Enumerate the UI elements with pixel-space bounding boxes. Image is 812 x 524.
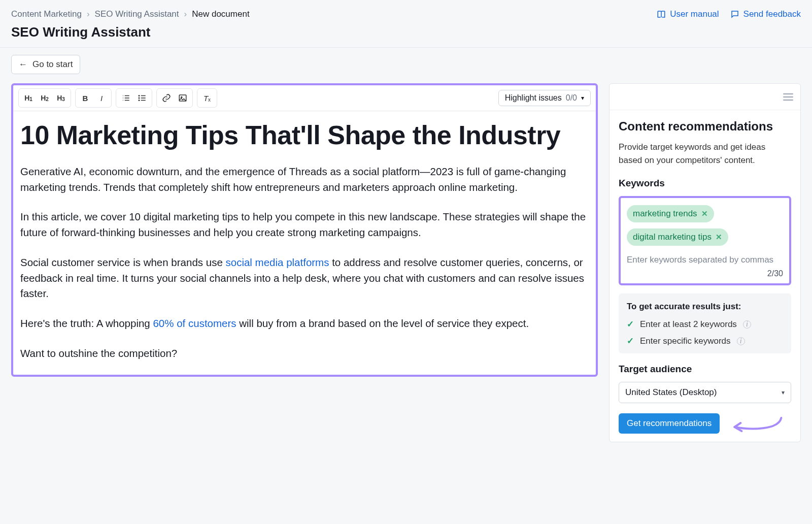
remove-keyword-icon[interactable]: ✕ — [701, 209, 708, 218]
content-link[interactable]: 60% of customers — [153, 317, 236, 329]
clear-format-button[interactable]: Tx — [199, 90, 215, 106]
bold-button[interactable]: B — [78, 90, 93, 106]
tips-title: To get accurate results just: — [627, 302, 783, 312]
editor-content[interactable]: 10 Marketing Tips That'll Shape the Indu… — [13, 111, 596, 375]
go-to-start-button[interactable]: ← Go to start — [11, 55, 80, 74]
svg-point-1 — [139, 97, 140, 99]
arrow-left-icon: ← — [19, 59, 27, 70]
editor-toolbar: H1 H2 H3 B I — [13, 85, 596, 111]
unordered-list-icon — [138, 93, 147, 103]
user-manual-link[interactable]: User manual — [657, 9, 719, 19]
target-audience-label: Target audience — [619, 364, 791, 375]
recommendations-panel: Content recommendations Provide target k… — [609, 83, 801, 442]
unordered-list-button[interactable] — [134, 90, 150, 106]
keywords-box: marketing trends ✕ digital marketing tip… — [619, 196, 791, 285]
ordered-list-button[interactable] — [118, 90, 133, 106]
chevron-right-icon: › — [87, 9, 90, 19]
chevron-down-icon: ▾ — [782, 389, 785, 396]
image-icon — [178, 93, 187, 103]
chevron-right-icon: › — [184, 9, 187, 19]
check-icon: ✓ — [627, 319, 634, 330]
keyword-chip: marketing trends ✕ — [627, 205, 714, 222]
crumb-seo-writing-assistant[interactable]: SEO Writing Assistant — [95, 9, 179, 19]
image-button[interactable] — [175, 90, 190, 106]
link-icon — [162, 93, 171, 103]
keywords-label: Keywords — [619, 178, 791, 189]
content-link[interactable]: social media platforms — [226, 256, 329, 268]
document-title[interactable]: 10 Marketing Tips That'll Shape the Indu… — [20, 120, 589, 151]
chat-icon — [730, 10, 739, 19]
keywords-count: 2/30 — [627, 269, 783, 278]
get-recommendations-button[interactable]: Get recommendations — [619, 413, 720, 434]
tip-row: ✓ Enter specific keywords i — [627, 336, 783, 346]
svg-point-0 — [139, 95, 140, 96]
send-feedback-link[interactable]: Send feedback — [730, 9, 801, 19]
crumb-content-marketing[interactable]: Content Marketing — [11, 9, 82, 19]
link-button[interactable] — [159, 90, 174, 106]
check-icon: ✓ — [627, 336, 634, 346]
sidebar-description: Provide target keywords and get ideas ba… — [619, 141, 791, 167]
page-title: SEO Writing Assistant — [11, 24, 250, 40]
document-paragraph[interactable]: Social customer service is when brands u… — [20, 255, 589, 302]
heading-1-button[interactable]: H1 — [21, 90, 36, 106]
menu-icon[interactable] — [783, 93, 793, 101]
document-paragraph[interactable]: Want to outshine the competition? — [20, 346, 589, 362]
heading-3-button[interactable]: H3 — [53, 90, 69, 106]
pointer-arrow-icon — [726, 415, 791, 432]
info-icon[interactable]: i — [737, 337, 745, 345]
document-paragraph[interactable]: Here's the truth: A whopping 60% of cust… — [20, 316, 589, 332]
info-icon[interactable]: i — [743, 320, 751, 329]
keywords-input[interactable] — [627, 253, 783, 269]
ordered-list-icon — [121, 93, 130, 103]
crumb-new-document: New document — [192, 9, 249, 19]
highlight-issues-dropdown[interactable]: Highlight issues 0/0 ▾ — [498, 90, 591, 106]
keyword-chip: digital marketing tips ✕ — [627, 228, 728, 246]
heading-2-button[interactable]: H2 — [37, 90, 52, 106]
tips-box: To get accurate results just: ✓ Enter at… — [619, 293, 791, 353]
breadcrumb: Content Marketing › SEO Writing Assistan… — [11, 9, 250, 19]
document-paragraph[interactable]: In this article, we cover 10 digital mar… — [20, 209, 589, 241]
svg-point-4 — [181, 96, 182, 97]
remove-keyword-icon[interactable]: ✕ — [716, 233, 722, 242]
sidebar-heading: Content recommendations — [619, 119, 791, 134]
svg-point-2 — [139, 100, 140, 101]
italic-button[interactable]: I — [94, 90, 109, 106]
editor-panel: H1 H2 H3 B I — [11, 83, 598, 377]
book-icon — [657, 10, 666, 19]
tip-row: ✓ Enter at least 2 keywords i — [627, 319, 783, 330]
chevron-down-icon: ▾ — [581, 94, 584, 102]
target-audience-select[interactable]: United States (Desktop) ▾ — [619, 382, 791, 403]
document-paragraph[interactable]: Generative AI, economic downturn, and th… — [20, 164, 589, 195]
